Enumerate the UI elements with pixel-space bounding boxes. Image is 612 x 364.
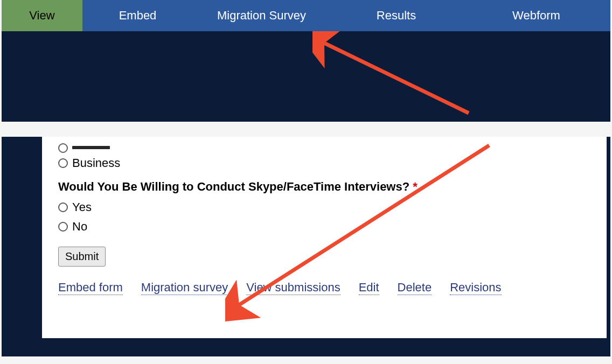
annotation-arrow-top: [312, 31, 485, 123]
radio-label: Yes: [72, 200, 92, 214]
top-nav-panel: View Embed Migration Survey Results Webf…: [2, 0, 610, 122]
tab-results[interactable]: Results: [330, 0, 462, 31]
form-panel-wrapper: Business Would You Be Willing to Conduct…: [2, 137, 610, 356]
radio-icon: [58, 202, 68, 212]
radio-option-no[interactable]: No: [58, 220, 590, 234]
question-label: Would You Be Willing to Conduct Skype/Fa…: [58, 180, 590, 194]
radio-label: No: [72, 220, 87, 234]
radio-option-yes[interactable]: Yes: [58, 200, 590, 214]
radio-icon: [58, 158, 68, 168]
link-embed-form[interactable]: Embed form: [58, 281, 123, 295]
truncated-label: [72, 146, 110, 149]
tab-bar: View Embed Migration Survey Results Webf…: [2, 0, 610, 31]
tab-migration-survey[interactable]: Migration Survey: [193, 0, 330, 31]
link-delete[interactable]: Delete: [398, 281, 432, 295]
link-revisions[interactable]: Revisions: [450, 281, 501, 295]
radio-option-home[interactable]: [58, 143, 590, 153]
radio-icon: [58, 143, 68, 153]
svg-line-0: [324, 43, 469, 113]
form-card: Business Would You Be Willing to Conduct…: [42, 137, 607, 338]
question-text: Would You Be Willing to Conduct Skype/Fa…: [58, 180, 409, 193]
tab-webform[interactable]: Webform: [462, 0, 610, 31]
radio-option-business[interactable]: Business: [58, 156, 590, 170]
radio-label: Business: [72, 156, 120, 170]
tab-embed[interactable]: Embed: [82, 0, 193, 31]
radio-icon: [58, 222, 68, 232]
link-view-submissions[interactable]: View submissions: [246, 281, 340, 295]
link-migration-survey[interactable]: Migration survey: [141, 281, 228, 295]
submit-button[interactable]: Submit: [58, 247, 106, 267]
link-edit[interactable]: Edit: [359, 281, 379, 295]
tab-view[interactable]: View: [2, 0, 82, 31]
required-marker: *: [413, 180, 418, 193]
admin-links-row: Embed form Migration survey View submiss…: [58, 281, 590, 295]
